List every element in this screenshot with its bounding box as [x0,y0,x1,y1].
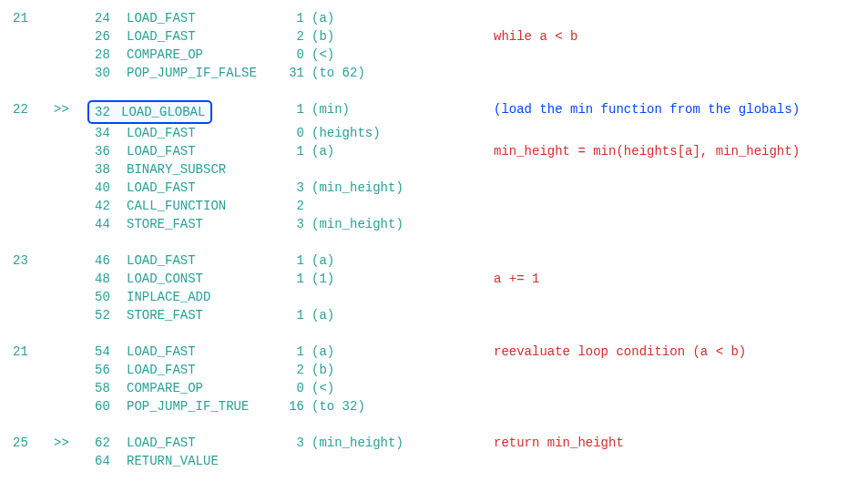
opcode-arg: 2 [281,361,304,379]
opcode-arg-repr: (b) [311,361,494,379]
source-line-number: 22 [13,100,54,118]
bytecode-offset: 62 [95,434,127,452]
opcode-arg-repr: (<) [311,379,494,397]
bytecode-offset: 50 [95,288,127,306]
bytecode-offset: 36 [95,142,127,160]
bytecode-row: 38BINARY_SUBSCR [13,160,855,179]
blank-row [13,415,855,434]
bytecode-offset: 60 [95,397,127,415]
opcode-arg-repr: (<) [311,46,494,64]
bytecode-row: 2124LOAD_FAST1(a) [13,9,855,27]
bytecode-offset: 26 [95,27,127,46]
opcode-arg: 1 [281,270,304,288]
opcode-arg: 0 [281,379,304,397]
blank-row [13,324,855,343]
bytecode-row: 30POP_JUMP_IF_FALSE31(to 62) [13,64,855,82]
opcode-name: LOAD_FAST [127,179,281,197]
opcode-arg-repr: (min_height) [311,434,494,452]
opcode-name: LOAD_FAST [127,361,281,379]
opcode-arg: 0 [281,124,304,142]
opcode-arg-repr: (a) [311,343,494,361]
blank-row [13,233,855,251]
bytecode-row: 40LOAD_FAST3(min_height) [13,179,855,197]
disassembly-listing: 2124LOAD_FAST1(a)26LOAD_FAST2(b)while a … [13,9,855,470]
bytecode-offset: 30 [95,64,127,82]
opcode-arg: 2 [281,27,304,46]
bytecode-row: 42CALL_FUNCTION2 [13,197,855,215]
bytecode-row: 34LOAD_FAST0(heights) [13,124,855,142]
source-line-number: 21 [13,9,54,27]
opcode-arg-repr: (1) [311,270,494,288]
bytecode-row: 48LOAD_CONST1(1) a += 1 [13,270,855,288]
bytecode-offset: 54 [95,343,127,361]
opcode-name: LOAD_CONST [127,270,281,288]
opcode-name: LOAD_FAST [127,251,281,270]
bytecode-row: 22>>32LOAD_GLOBAL1(min) (load the min fu… [13,100,855,124]
opcode-arg: 3 [281,215,304,233]
opcode-name: LOAD_GLOBAL [121,105,205,119]
opcode-arg-repr: (a) [311,9,494,27]
bytecode-offset: 46 [95,251,127,270]
bytecode-row: 2346LOAD_FAST1(a) [13,251,855,270]
opcode-arg: 0 [281,46,304,64]
opcode-name: CALL_FUNCTION [127,197,281,215]
bytecode-row: 25>>62LOAD_FAST3(min_height) return min_… [13,434,855,452]
opcode-arg: 1 [281,343,304,361]
jump-target-marker: >> [54,434,95,452]
bytecode-offset: 48 [95,270,127,288]
opcode-name: LOAD_FAST [127,9,281,27]
opcode-arg-repr: (a) [311,306,494,324]
bytecode-row: 58COMPARE_OP0(<) [13,379,855,397]
bytecode-row: 64RETURN_VALUE [13,452,855,470]
bytecode-row: 36LOAD_FAST1(a)min_height = min(heights[… [13,142,855,160]
bytecode-offset: 40 [95,179,127,197]
opcode-arg-repr: (heights) [311,124,494,142]
opcode-arg: 1 [281,251,304,270]
bytecode-offset: 58 [95,379,127,397]
blank-row [13,82,855,100]
opcode-name: LOAD_FAST [127,27,281,46]
opcode-arg-repr: (min_height) [311,215,494,233]
opcode-name: STORE_FAST [127,306,281,324]
opcode-arg-repr: (b) [311,27,494,46]
opcode-name: COMPARE_OP [127,379,281,397]
bytecode-offset: 38 [95,160,127,179]
opcode-arg-repr: (min_height) [311,179,494,197]
opcode-name: LOAD_FAST [127,124,281,142]
opcode-arg: 1 [281,142,304,160]
bytecode-row: 56LOAD_FAST2(b) [13,361,855,379]
bytecode-offset: 64 [95,452,127,470]
bytecode-offset: 28 [95,46,127,64]
opcode-arg: 16 [281,397,304,415]
opcode-name: POP_JUMP_IF_FALSE [127,64,281,82]
bytecode-row: 50INPLACE_ADD [13,288,855,306]
bytecode-offset: 56 [95,361,127,379]
opcode-arg: 31 [281,64,304,82]
bytecode-row: 60POP_JUMP_IF_TRUE16(to 32) [13,397,855,415]
opcode-arg-repr: (a) [311,142,494,160]
bytecode-row: 52STORE_FAST1(a) [13,306,855,324]
opcode-arg-repr: (to 32) [311,397,494,415]
opcode-arg: 1 [281,100,304,118]
annotation-text: a += 1 [494,270,539,288]
bytecode-offset-cell: 32LOAD_GLOBAL [95,100,127,124]
opcode-arg: 1 [281,306,304,324]
opcode-arg-repr: (a) [311,251,494,270]
opcode-arg: 1 [281,9,304,27]
source-line-number: 21 [13,343,54,361]
bytecode-offset: 32 [95,103,121,121]
annotation-text: return min_height [494,434,624,452]
bytecode-offset: 44 [95,215,127,233]
bytecode-row: 26LOAD_FAST2(b)while a < b [13,27,855,46]
opcode-arg: 2 [281,197,304,215]
bytecode-row: 44STORE_FAST3(min_height) [13,215,855,233]
annotation-text: reevaluate loop condition (a < b) [494,343,746,361]
opcode-name: LOAD_FAST [127,434,281,452]
opcode-name: LOAD_FAST [127,343,281,361]
source-line-number: 23 [13,251,54,270]
bytecode-offset: 42 [95,197,127,215]
bytecode-row: 2154LOAD_FAST1(a) reevaluate loop condit… [13,343,855,361]
bytecode-offset: 34 [95,124,127,142]
opcode-arg-repr: (min) [311,100,494,118]
highlighted-instruction: 32LOAD_GLOBAL [87,100,212,124]
